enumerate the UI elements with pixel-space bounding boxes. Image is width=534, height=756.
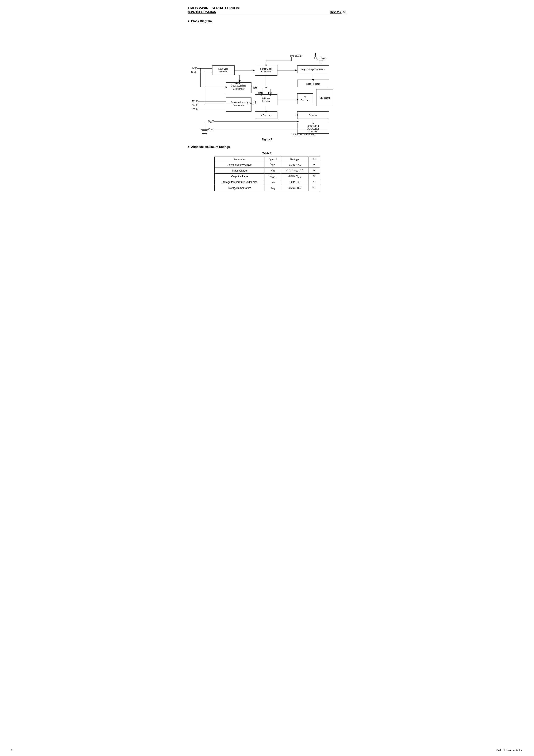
svg-text:Comparator: Comparator [233, 104, 245, 106]
col-header-unit: Unit [308, 157, 320, 162]
svg-marker-82 [312, 122, 314, 125]
svg-text:Y Decoder: Y Decoder [261, 114, 271, 117]
cell-unit: °C [308, 185, 320, 191]
cell-parameter: Input voltage [214, 168, 265, 174]
cell-ratings: -65 to +150 [281, 185, 308, 191]
cell-symbol: Tbias [265, 179, 281, 185]
vcc-sub: CC [317, 59, 320, 61]
a1-label: A1 [192, 104, 195, 106]
figure-caption: Figure 2 [188, 138, 346, 141]
vcc-label: V [316, 57, 317, 60]
svg-text:Comparator: Comparator [233, 88, 245, 90]
table-row: Storage temperature under biasTbias-50 t… [214, 179, 320, 185]
svg-rect-43 [197, 104, 198, 106]
table-row: Output voltageVOUT-0.3 to VCCV [214, 174, 320, 179]
svg-text:Device Address: Device Address [231, 101, 246, 103]
svg-text:Serial Clock: Serial Clock [260, 68, 272, 70]
svg-marker-100 [261, 94, 263, 96]
cell-symbol: VIN [265, 168, 281, 174]
col-header-parameter: Parameter [214, 157, 265, 162]
svg-text:Controller: Controller [308, 130, 318, 133]
a0-label: A0 [192, 107, 195, 110]
svg-rect-55 [255, 94, 277, 105]
svg-marker-12 [253, 69, 255, 71]
ratings-table: Parameter Symbol Ratings Unit Power supp… [214, 156, 320, 191]
absolute-ratings-heading: Absolute Maximum Ratings [188, 145, 346, 148]
cell-ratings: -50 to +95 [281, 179, 308, 185]
document-subtitle-row: S-24C01A/02A/04A Rev. 2.2 30 [188, 10, 346, 14]
svg-text:High-Voltage Generator: High-Voltage Generator [301, 68, 325, 71]
svg-text:Data Output: Data Output [307, 125, 319, 127]
svg-marker-22 [315, 53, 316, 55]
cell-symbol: VCC [265, 162, 281, 168]
page-header: CMOS 2-WIRE SERIAL EEPROM S-24C01A/02A/0… [188, 6, 346, 15]
cell-ratings: -0.3 to +7.0 [281, 162, 308, 168]
dout-sub: OUT [210, 128, 214, 131]
document-subtitle: S-24C01A/02A/04A [188, 10, 216, 14]
svg-rect-68 [297, 94, 313, 104]
svg-text:Start/Stop: Start/Stop [218, 68, 228, 70]
cell-parameter: Power supply voltage [214, 162, 265, 168]
svg-text:Decoder: Decoder [301, 99, 309, 101]
svg-text:X: X [304, 96, 306, 98]
svg-text:Device Address: Device Address [231, 85, 246, 87]
svg-text:Data Register: Data Register [306, 83, 320, 85]
svg-marker-76 [297, 114, 299, 116]
table-row: Input voltageVIN-0.3 to VCC+0.3V [214, 168, 320, 174]
cell-unit: V [308, 162, 320, 168]
block-diagram-svg: SCL SDA Start/Stop Detector Serial Clock… [188, 26, 348, 136]
svg-text:Controller: Controller [261, 70, 271, 73]
din-label: D [208, 120, 210, 122]
table-caption: Table 2 [188, 152, 346, 155]
table-row: Storage temperatureTstg-65 to +150°C [214, 185, 320, 191]
table-row: Power supply voltageVCC-0.3 to +7.0V [214, 162, 320, 168]
svg-marker-98 [297, 99, 299, 101]
svg-marker-85 [297, 121, 299, 122]
cell-parameter: Storage temperature under bias [214, 179, 265, 185]
svg-marker-67 [312, 79, 314, 81]
svg-rect-45 [197, 108, 198, 110]
svg-marker-63 [265, 111, 267, 113]
footnote: * S-24C02A or S-24C04A [291, 133, 315, 136]
svg-text:Detector: Detector [219, 70, 227, 73]
a2-label: A2 [192, 100, 195, 102]
rw-label: R / W [247, 102, 252, 104]
svg-marker-17 [295, 69, 297, 71]
svg-text:Counter: Counter [262, 100, 270, 102]
svg-marker-54 [265, 87, 267, 89]
col-header-ratings: Ratings [281, 157, 308, 162]
block-diagram-heading: Block Diagram [188, 19, 346, 23]
svg-rect-83 [212, 121, 214, 122]
svg-marker-102 [269, 94, 271, 96]
revision-number: Rev. 2.2 30 [330, 10, 346, 14]
dout-label: D [208, 127, 210, 130]
svg-marker-32 [265, 65, 267, 67]
test-wp-label: TEST/WP* [291, 55, 303, 58]
cell-parameter: Output voltage [214, 174, 265, 179]
col-header-symbol: Symbol [265, 157, 281, 162]
cell-unit: V [308, 168, 320, 174]
svg-marker-96 [255, 101, 257, 103]
din-sub: IN [210, 121, 212, 123]
cell-parameter: Storage temperature [214, 185, 265, 191]
cell-symbol: Tstg [265, 185, 281, 191]
cell-ratings: -0.3 to VCC [281, 174, 308, 179]
svg-text:Address: Address [262, 97, 270, 99]
cell-ratings: -0.3 to VCC+0.3 [281, 168, 308, 174]
cell-symbol: VOUT [265, 174, 281, 179]
svg-rect-41 [197, 100, 198, 102]
svg-text:EEPROM: EEPROM [320, 96, 330, 99]
document-title: CMOS 2-WIRE SERIAL EEPROM [188, 6, 346, 10]
cell-unit: °C [308, 179, 320, 185]
cell-unit: V [308, 174, 320, 179]
svg-text:Selector: Selector [309, 114, 317, 117]
